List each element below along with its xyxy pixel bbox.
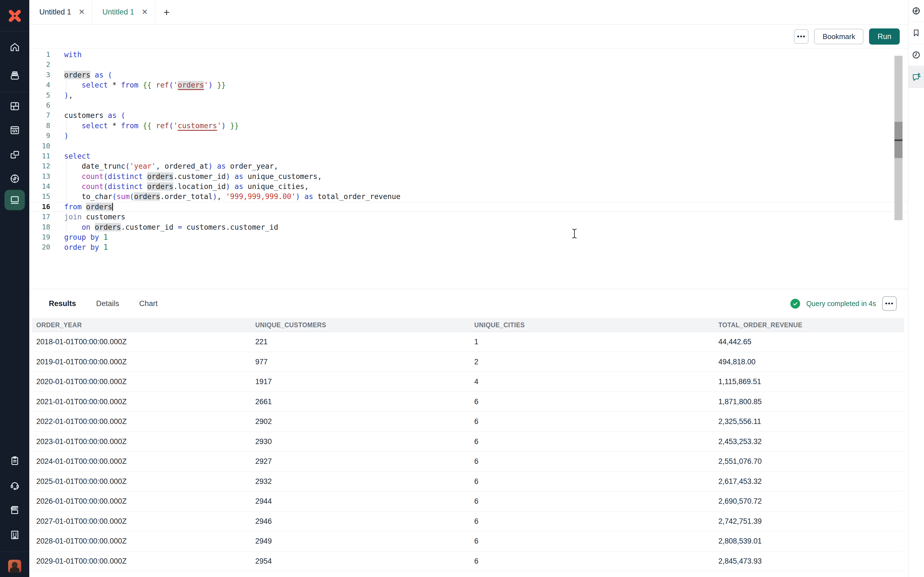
table-cell[interactable]: 2944 <box>251 497 470 506</box>
table-cell[interactable]: 1,871,800.85 <box>714 397 904 406</box>
code-line[interactable]: 10 <box>29 141 908 151</box>
table-cell[interactable]: 221 <box>251 337 470 346</box>
code-text[interactable]: date_trunc('year', ordered_at) as order_… <box>64 161 278 171</box>
table-cell[interactable]: 2 <box>470 357 714 366</box>
table-cell[interactable]: 2927 <box>251 457 470 466</box>
table-cell[interactable]: 2027-01-01T00:00:00.000Z <box>32 517 251 526</box>
table-cell[interactable]: 2661 <box>251 397 470 406</box>
code-text[interactable]: count(distinct orders.customer_id) as un… <box>64 171 322 182</box>
table-cell[interactable]: 6 <box>470 417 714 426</box>
code-line[interactable]: 16from orders <box>29 202 908 212</box>
code-line[interactable]: 11select <box>29 151 908 161</box>
table-row[interactable]: 2024-01-01T00:00:00.000Z292762,551,076.7… <box>32 451 904 472</box>
code-line[interactable]: 1with <box>29 50 908 60</box>
new-tab-button[interactable]: + <box>159 5 174 19</box>
table-cell[interactable]: 2028-01-01T00:00:00.000Z <box>32 537 251 545</box>
table-cell[interactable]: 2020-01-01T00:00:00.000Z <box>32 377 251 386</box>
table-cell[interactable]: 977 <box>251 357 470 366</box>
code-text[interactable]: ) <box>64 131 69 141</box>
tab-chart[interactable]: Chart <box>139 299 158 308</box>
table-cell[interactable]: 1917 <box>251 377 470 386</box>
code-line[interactable]: 14 count(distinct orders.location_id) as… <box>29 182 908 192</box>
code-line[interactable]: 20order by 1 <box>29 242 908 252</box>
table-row[interactable]: 2019-01-01T00:00:00.000Z9772494,818.00 <box>32 352 904 372</box>
sidebar-item-collections[interactable] <box>0 70 29 81</box>
tab-results[interactable]: Results <box>49 299 76 308</box>
sidebar-item-components[interactable] <box>0 150 29 160</box>
table-row[interactable]: 2028-01-01T00:00:00.000Z294962,808,539.0… <box>32 531 904 551</box>
table-cell[interactable]: 2949 <box>251 537 470 545</box>
sidebar-item-code-window[interactable] <box>0 125 29 135</box>
tab-details[interactable]: Details <box>96 299 120 308</box>
sidebar-item-docs[interactable] <box>0 504 29 515</box>
table-cell[interactable]: 2,551,076.70 <box>714 457 904 466</box>
table-cell[interactable]: 2,453,253.32 <box>714 437 904 446</box>
hex-logo-icon[interactable] <box>0 8 29 24</box>
table-cell[interactable]: 2902 <box>251 417 470 426</box>
code-text[interactable]: customers as ( <box>64 110 125 121</box>
code-line[interactable]: 18 on orders.customer_id = customers.cus… <box>29 222 908 232</box>
code-text[interactable]: select <box>64 151 90 161</box>
code-lines[interactable]: 1with23orders as (4 select * from {{ ref… <box>29 50 908 253</box>
code-line[interactable]: 17join customers <box>29 212 908 222</box>
table-row[interactable]: 2027-01-01T00:00:00.000Z294662,742,751.3… <box>32 511 904 532</box>
table-row[interactable]: 2026-01-01T00:00:00.000Z294462,690,570.7… <box>32 492 904 511</box>
table-cell[interactable]: 2,808,539.01 <box>714 537 904 545</box>
table-cell[interactable]: 6 <box>470 497 714 506</box>
table-cell[interactable]: 2954 <box>251 557 470 566</box>
code-line[interactable]: 5), <box>29 90 908 100</box>
table-cell[interactable]: 2024-01-01T00:00:00.000Z <box>32 457 251 466</box>
code-line[interactable]: 3orders as ( <box>29 70 908 80</box>
code-line[interactable]: 19group by 1 <box>29 232 908 242</box>
run-button[interactable]: Run <box>869 29 900 45</box>
code-text[interactable]: select * from {{ ref('orders') }} <box>64 80 226 90</box>
tab-untitled-1[interactable]: Untitled 1 ✕ <box>29 0 92 24</box>
code-line[interactable]: 6 <box>29 100 908 110</box>
table-cell[interactable]: 2029-01-01T00:00:00.000Z <box>32 557 251 566</box>
code-text[interactable]: join customers <box>64 212 125 222</box>
table-cell[interactable]: 2018-01-01T00:00:00.000Z <box>32 337 251 346</box>
tab-untitled-2[interactable]: Untitled 1 ✕ <box>92 0 155 24</box>
right-item-explore[interactable] <box>908 0 924 22</box>
code-text[interactable]: on orders.customer_id = customers.custom… <box>64 222 278 232</box>
table-cell[interactable]: 2019-01-01T00:00:00.000Z <box>32 357 251 366</box>
table-cell[interactable]: 44,442.65 <box>714 337 904 346</box>
code-line[interactable]: 9) <box>29 131 908 141</box>
sql-editor[interactable]: 1with23orders as (4 select * from {{ ref… <box>29 48 908 289</box>
code-line[interactable]: 7customers as ( <box>29 110 908 121</box>
table-cell[interactable]: 2021-01-01T00:00:00.000Z <box>32 397 251 406</box>
code-text[interactable]: from orders <box>64 202 113 211</box>
code-line[interactable]: 13 count(distinct orders.customer_id) as… <box>29 171 908 182</box>
code-text[interactable]: orders as ( <box>64 70 112 80</box>
close-icon[interactable]: ✕ <box>141 8 148 16</box>
table-cell[interactable]: 1 <box>470 337 714 346</box>
table-cell[interactable]: 6 <box>470 457 714 466</box>
code-line[interactable]: 8 select * from {{ ref('customers') }} <box>29 121 908 131</box>
table-cell[interactable]: 2023-01-01T00:00:00.000Z <box>32 437 251 446</box>
sidebar-item-home[interactable] <box>0 42 29 52</box>
table-cell[interactable]: 2,742,751.39 <box>714 517 904 526</box>
close-icon[interactable]: ✕ <box>78 8 85 16</box>
table-cell[interactable]: 2025-01-01T00:00:00.000Z <box>32 477 251 486</box>
table-row[interactable]: 2018-01-01T00:00:00.000Z221144,442.65 <box>32 332 904 352</box>
table-cell[interactable]: 2,845,473.93 <box>714 557 904 566</box>
table-row[interactable]: 2030-01-01T00:00:00.000Z287961,841,049.3… <box>32 571 904 577</box>
bookmark-button[interactable]: Bookmark <box>814 29 863 44</box>
sidebar-item-support[interactable] <box>0 480 29 491</box>
table-cell[interactable]: 6 <box>470 537 714 545</box>
code-text[interactable]: select * from {{ ref('customers') }} <box>64 121 239 131</box>
sidebar-item-changelog[interactable] <box>0 456 29 466</box>
sidebar-item-notebook-active[interactable] <box>5 190 25 210</box>
right-item-bookmarks[interactable] <box>908 22 924 44</box>
table-cell[interactable]: 2022-01-01T00:00:00.000Z <box>32 417 251 426</box>
user-avatar[interactable] <box>0 560 29 573</box>
code-line[interactable]: 15 to_char(sum(orders.order_total), '999… <box>29 192 908 201</box>
code-text[interactable]: ), <box>64 90 73 100</box>
table-cell[interactable]: 4 <box>470 377 714 386</box>
table-cell[interactable]: 2,617,453.32 <box>714 477 904 486</box>
right-item-magic-chat[interactable] <box>908 66 924 88</box>
results-more-button[interactable]: ••• <box>882 296 897 311</box>
code-line[interactable]: 12 date_trunc('year', ordered_at) as ord… <box>29 161 908 171</box>
table-row[interactable]: 2022-01-01T00:00:00.000Z290262,325,556.1… <box>32 412 904 432</box>
table-row[interactable]: 2021-01-01T00:00:00.000Z266161,871,800.8… <box>32 392 904 412</box>
